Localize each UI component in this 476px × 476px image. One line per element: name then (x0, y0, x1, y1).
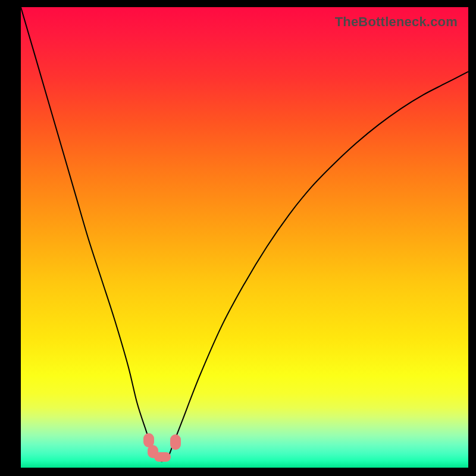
curve-svg (21, 7, 468, 468)
bottleneck-curve-path (21, 7, 468, 461)
min-marker-right (170, 434, 181, 450)
min-marker-bottom (154, 452, 171, 462)
plot-area: TheBottleneck.com (21, 7, 468, 468)
